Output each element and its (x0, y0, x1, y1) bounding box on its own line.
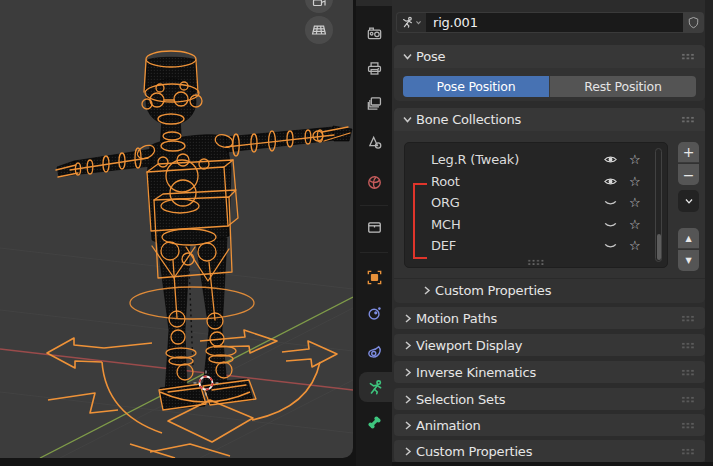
bone-icon (366, 414, 383, 431)
tab-group-divider (360, 205, 388, 206)
tab-output[interactable] (357, 53, 391, 83)
blender-window: { "colors": { "accent_blue": "#4772b3", … (0, 0, 713, 466)
panel-drag-handle[interactable] (681, 342, 695, 349)
pose-position-button[interactable]: Pose Position (403, 76, 549, 97)
viewport-display-panel-header[interactable]: Viewport Display (394, 334, 705, 356)
ortho-grid-gizmo[interactable] (305, 16, 333, 44)
panel-label: Viewport Display (416, 338, 522, 353)
bone-collections-label: Bone Collections (416, 112, 521, 127)
pose-panel: Pose Pose Position Rest Position (394, 45, 705, 101)
collection-name: ORG (431, 192, 460, 213)
chevron-right-icon (401, 419, 414, 432)
panel-label: Animation (416, 418, 480, 433)
red-annotation-bracket (413, 183, 427, 259)
tabstrip-scroll-edge (356, 0, 392, 6)
collection-box-icon (366, 219, 383, 236)
panel-label: Selection Sets (416, 392, 505, 407)
world-globe-icon (366, 174, 383, 191)
armature-data-icon (367, 379, 384, 396)
collection-name: Leg.R (Tweak) (431, 149, 519, 170)
move-up-button[interactable]: ▲ (678, 228, 699, 249)
chevron-right-icon (401, 339, 414, 352)
star-icon[interactable]: ☆ (629, 171, 640, 192)
panel-drag-handle[interactable] (681, 422, 695, 429)
custom-properties-panel-header[interactable]: Custom Properties (394, 440, 705, 462)
chevron-right-icon (401, 312, 414, 325)
subpanel-label: Custom Properties (435, 283, 551, 298)
scrollbar-thumb[interactable] (657, 234, 661, 260)
chevron-down-icon (401, 113, 414, 126)
remove-collection-button[interactable]: − (678, 164, 699, 185)
chevron-right-icon (401, 393, 414, 406)
chevron-right-icon (401, 366, 414, 379)
tab-scene[interactable] (357, 127, 391, 157)
star-icon[interactable]: ☆ (629, 149, 640, 170)
panel-drag-handle[interactable] (681, 448, 695, 455)
tab-bone[interactable] (357, 407, 391, 437)
panel-drag-handle[interactable] (681, 53, 695, 60)
panel-drag-handle[interactable] (681, 396, 695, 403)
editor-right-gutter (705, 0, 713, 462)
inverse-kinematics-panel-header[interactable]: Inverse Kinematics (394, 361, 705, 383)
viewport-scene (0, 0, 353, 458)
panel-drag-handle[interactable] (681, 369, 695, 376)
fake-user-shield-button[interactable] (683, 12, 704, 33)
star-icon[interactable]: ☆ (629, 235, 640, 256)
tab-object-data[interactable] (359, 372, 392, 402)
tab-physics[interactable] (357, 337, 391, 367)
custom-properties-subpanel-header[interactable]: Custom Properties (394, 278, 705, 302)
visibility-eye-icon[interactable] (603, 238, 618, 253)
bone-collections-panel: Bone Collections Leg.R (Tweak) ☆ Root (394, 108, 705, 303)
datablock-type-button[interactable] (396, 12, 426, 33)
physics-icon (366, 344, 383, 361)
tab-object[interactable] (357, 262, 391, 292)
3d-viewport[interactable] (0, 0, 353, 458)
tab-render[interactable] (357, 18, 391, 48)
visibility-eye-icon[interactable] (603, 174, 618, 189)
armature-rig-wireframe (56, 51, 350, 410)
list-scrollbar[interactable] (655, 148, 662, 262)
visibility-eye-icon[interactable] (603, 217, 618, 232)
rest-position-button[interactable]: Rest Position (549, 76, 696, 97)
star-icon[interactable]: ☆ (629, 192, 640, 213)
chevron-right-icon (401, 445, 414, 458)
object-square-icon (366, 269, 383, 286)
add-collection-button[interactable]: + (678, 142, 699, 163)
panel-drag-handle[interactable] (681, 116, 695, 123)
move-down-button[interactable]: ▼ (678, 250, 699, 271)
list-item[interactable]: Leg.R (Tweak) ☆ (405, 149, 667, 171)
visibility-eye-icon[interactable] (603, 195, 618, 210)
image-stack-icon (366, 95, 383, 112)
motion-paths-panel-header[interactable]: Motion Paths (394, 307, 705, 329)
pose-panel-label: Pose (416, 49, 445, 64)
character-mesh (57, 57, 352, 410)
chevron-down-icon (415, 19, 422, 26)
pose-panel-header[interactable]: Pose (394, 45, 705, 68)
tab-world[interactable] (357, 167, 391, 197)
bone-collections-list[interactable]: Leg.R (Tweak) ☆ Root ☆ ORG (404, 142, 668, 268)
list-item[interactable]: DEF ☆ (405, 235, 667, 257)
tab-view-layer[interactable] (357, 88, 391, 118)
tab-collection[interactable] (357, 212, 391, 242)
chevron-right-icon (420, 284, 433, 297)
selection-sets-panel-header[interactable]: Selection Sets (394, 388, 705, 410)
tab-constraints[interactable] (357, 298, 391, 328)
panel-drag-handle[interactable] (681, 315, 695, 322)
collection-name: Root (431, 171, 460, 192)
properties-tab-strip (356, 0, 392, 466)
constraint-icon (366, 305, 383, 322)
star-icon[interactable]: ☆ (629, 214, 640, 235)
list-item[interactable]: Root ☆ (405, 171, 667, 193)
bone-collections-header[interactable]: Bone Collections (394, 108, 705, 131)
list-resize-grip[interactable] (527, 259, 545, 265)
specials-menu-button[interactable] (678, 190, 699, 212)
datablock-name-field[interactable]: rig.001 (426, 12, 683, 33)
animation-panel-header[interactable]: Animation (394, 414, 705, 436)
visibility-eye-icon[interactable] (603, 152, 618, 167)
armature-icon (401, 16, 414, 29)
pose-position-toggle: Pose Position Rest Position (403, 76, 696, 97)
camera-back-icon (366, 25, 383, 42)
printer-icon (366, 60, 383, 77)
list-item[interactable]: MCH ☆ (405, 214, 667, 236)
list-item[interactable]: ORG ☆ (405, 192, 667, 214)
